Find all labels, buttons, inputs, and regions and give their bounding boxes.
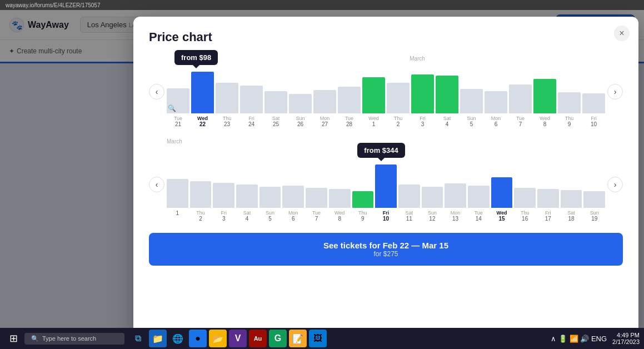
chart2-prev-button[interactable]: ‹ — [149, 177, 164, 192]
bar2-col-0[interactable] — [167, 158, 188, 208]
chart1-next-button[interactable]: › — [607, 84, 623, 99]
bar-col-5[interactable] — [289, 63, 312, 113]
bar-col-4[interactable] — [264, 63, 287, 113]
chart2-next-button[interactable]: › — [607, 177, 623, 192]
bar-col-13[interactable] — [485, 63, 507, 113]
modal-title: Price chart — [149, 30, 623, 44]
chart1-dates-row: Tue21 Wed22 Thu23 Fri24 Sat25 Sun26 Mon2… — [164, 113, 607, 127]
bar-col-15[interactable] — [533, 63, 556, 113]
taskbar-search[interactable]: 🔍 Type here to search — [24, 333, 124, 345]
taskbar-tray-icons: ∧ 🔋 📶 🔊 ENG — [551, 335, 607, 343]
taskbar-app-chrome[interactable]: 🌐 — [169, 330, 187, 347]
chart1-bars-area: 🔍 — [164, 56, 607, 127]
bar2-col-12[interactable] — [445, 158, 466, 208]
bar2-col-2[interactable] — [213, 158, 234, 208]
bar2-col-10[interactable] — [398, 158, 420, 208]
chart2-bars-area: 1 Thu2 Fri3 Sat4 Sun5 Mon6 Tue7 Wed8 Thu… — [164, 147, 607, 222]
bar-col-12[interactable] — [460, 63, 483, 113]
bar-col-7[interactable] — [338, 63, 361, 113]
bar2-col-4[interactable] — [259, 158, 281, 208]
see-tickets-main-label: See tickets for Feb 22 — Mar 15 — [157, 241, 615, 250]
chart-section-2: March from $344 ‹ — [149, 138, 623, 222]
bar2-col-16[interactable] — [537, 158, 559, 208]
chart2-bars-row — [164, 158, 607, 208]
taskbar-app-chrome2[interactable]: ● — [189, 330, 207, 347]
taskbar-app-g[interactable]: G — [269, 330, 287, 347]
chart2-wrapper: ‹ — [149, 147, 623, 222]
bar2-col-14[interactable] — [491, 158, 513, 208]
browser-url: wayaway.io/forums/E/4LEZER/175057 — [6, 2, 100, 8]
chart1-prev-button[interactable]: ‹ — [149, 84, 164, 99]
bar-col-2[interactable] — [216, 63, 238, 113]
bar-col-8[interactable] — [362, 63, 385, 113]
bar-col-14[interactable] — [509, 63, 532, 113]
bar2-col-13[interactable] — [468, 158, 490, 208]
bar2-col-9[interactable] — [375, 158, 397, 208]
bar2-col-7[interactable] — [329, 158, 351, 208]
bar2-col-8[interactable] — [352, 158, 374, 208]
bar-col-6[interactable] — [313, 63, 336, 113]
taskbar-start-button[interactable]: ⊞ — [4, 330, 22, 347]
see-tickets-sub-label: for $275 — [157, 250, 615, 258]
bar2-col-11[interactable] — [422, 158, 443, 208]
bar2-col-18[interactable] — [583, 158, 605, 208]
bar-col-11[interactable] — [436, 63, 458, 113]
bar-col-3[interactable] — [240, 63, 263, 113]
see-tickets-button[interactable]: See tickets for Feb 22 — Mar 15 for $275 — [149, 233, 623, 266]
taskbar-search-placeholder: Type here to search — [42, 335, 96, 342]
bar-col-9[interactable] — [387, 63, 410, 113]
taskbar-system-tray: ∧ 🔋 📶 🔊 ENG 4:49 PM 2/17/2023 — [551, 332, 640, 345]
taskbar-app-au[interactable]: Au — [249, 330, 267, 347]
bar2-col-17[interactable] — [561, 158, 582, 208]
bar-col-16[interactable] — [558, 63, 581, 113]
chart2-dates-row: 1 Thu2 Fri3 Sat4 Sun5 Mon6 Tue7 Wed8 Thu… — [164, 208, 607, 222]
chart1-search-icon: 🔍 — [168, 104, 176, 112]
taskbar-app-files[interactable]: 📂 — [209, 330, 227, 347]
browser-bar: wayaway.io/forums/E/4LEZER/175057 — [0, 0, 644, 10]
taskbar-pinned-apps: ⧉ 📁 🌐 ● 📂 V Au G 📝 🖼 — [129, 330, 327, 347]
chart1-bars-row: 🔍 — [164, 63, 607, 113]
bar2-col-3[interactable] — [236, 158, 258, 208]
taskbar-clock[interactable]: 4:49 PM 2/17/2023 — [612, 332, 640, 345]
taskbar-app-task-view[interactable]: ⧉ — [129, 330, 147, 347]
taskbar-search-icon: 🔍 — [31, 335, 39, 342]
chart-section-1: March from $98 ‹ 🔍 — [149, 56, 623, 127]
taskbar-app-photos[interactable]: 🖼 — [309, 330, 327, 347]
bar-col-17[interactable] — [582, 63, 605, 113]
taskbar-app-v[interactable]: V — [229, 330, 247, 347]
bar-col-10[interactable] — [411, 63, 434, 113]
bar2-col-5[interactable] — [282, 158, 304, 208]
chart1-wrapper: ‹ 🔍 — [149, 56, 623, 127]
taskbar-app-sticky[interactable]: 📝 — [289, 330, 307, 347]
taskbar: ⊞ 🔍 Type here to search ⧉ 📁 🌐 ● 📂 V Au G… — [0, 328, 644, 349]
bar2-col-15[interactable] — [514, 158, 536, 208]
taskbar-app-explorer[interactable]: 📁 — [149, 330, 167, 347]
bar-col-1[interactable] — [191, 63, 214, 113]
bar2-col-6[interactable] — [306, 158, 327, 208]
modal-close-button[interactable]: × — [614, 26, 630, 41]
bar2-col-1[interactable] — [190, 158, 212, 208]
chart2-month-label: March — [167, 138, 623, 144]
price-chart-modal: × Price chart March from $98 ‹ 🔍 — [133, 17, 638, 343]
